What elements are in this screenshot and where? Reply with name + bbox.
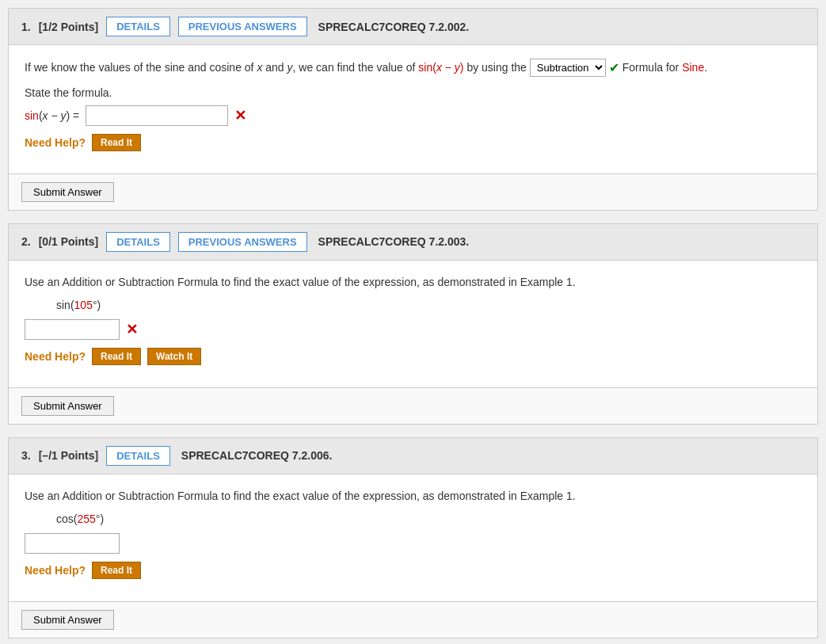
page-container: 1. [1/2 Points] DETAILS PREVIOUS ANSWERS…: [0, 0, 826, 644]
formula-row-3: [25, 533, 801, 554]
question-code-1: SPRECALC7COREQ 7.2.002.: [318, 21, 470, 33]
read-it-button-3[interactable]: Read It: [92, 562, 141, 579]
need-help-label-3: Need Help?: [25, 564, 86, 577]
var-y-1: y: [287, 61, 293, 74]
question-text-3: Use an Addition or Subtraction Formula t…: [25, 487, 801, 505]
question-body-1: If we know the values of the sine and co…: [9, 45, 817, 173]
check-icon-1: ✔: [609, 58, 619, 78]
question-header-2: 2. [0/1 Points] DETAILS PREVIOUS ANSWERS…: [9, 224, 817, 261]
read-it-button-1[interactable]: Read It: [92, 134, 141, 151]
sine-word-1: Sine: [682, 61, 704, 74]
submit-row-3: Submit Answer: [9, 601, 817, 638]
lhs-expr-1: sin(x − y) =: [25, 109, 79, 122]
question-number-3: 3.: [21, 449, 31, 462]
submit-button-3[interactable]: Submit Answer: [21, 610, 114, 630]
watch-it-button-2[interactable]: Watch It: [147, 348, 201, 365]
points-badge-1: [1/2 Points]: [39, 21, 98, 33]
question-header-1: 1. [1/2 Points] DETAILS PREVIOUS ANSWERS…: [9, 9, 817, 45]
sin-expr-1: sin(x − y): [418, 61, 463, 74]
points-badge-2: [0/1 Points]: [39, 235, 98, 248]
x-mark-1: ✕: [234, 107, 246, 124]
need-help-label-2: Need Help?: [25, 350, 86, 363]
math-expr-2: sin(105°): [56, 299, 801, 311]
need-help-row-2: Need Help? Read It Watch It: [25, 348, 801, 365]
read-it-button-2[interactable]: Read It: [92, 348, 141, 365]
question-block-1: 1. [1/2 Points] DETAILS PREVIOUS ANSWERS…: [8, 8, 818, 211]
prev-answers-button-1[interactable]: PREVIOUS ANSWERS: [178, 17, 307, 36]
formula-row-1: sin(x − y) = ✕: [25, 105, 801, 126]
submit-row-1: Submit Answer: [9, 173, 817, 210]
details-button-1[interactable]: DETAILS: [106, 17, 170, 36]
question-text-2: Use an Addition or Subtraction Formula t…: [25, 273, 801, 291]
question-header-3: 3. [–/1 Points] DETAILS SPRECALC7COREQ 7…: [9, 438, 817, 474]
details-button-3[interactable]: DETAILS: [106, 446, 170, 466]
question-code-3: SPRECALC7COREQ 7.2.006.: [181, 449, 333, 462]
formula-input-3[interactable]: [25, 533, 120, 554]
question-number-1: 1.: [21, 21, 31, 33]
need-help-row-3: Need Help? Read It: [25, 562, 801, 579]
state-formula-label-1: State the formula.: [25, 86, 801, 99]
formula-input-2[interactable]: [25, 319, 120, 340]
formula-input-1[interactable]: [86, 105, 228, 126]
question-body-3: Use an Addition or Subtraction Formula t…: [9, 474, 817, 601]
submit-row-2: Submit Answer: [9, 387, 817, 424]
formula-row-2: ✕: [25, 319, 801, 340]
need-help-label-1: Need Help?: [25, 136, 86, 149]
question-code-2: SPRECALC7COREQ 7.2.003.: [318, 235, 470, 248]
dropdown-wrapper-1: Subtraction Addition ✔: [530, 58, 619, 78]
question-block-3: 3. [–/1 Points] DETAILS SPRECALC7COREQ 7…: [8, 437, 818, 638]
subtraction-dropdown[interactable]: Subtraction Addition: [530, 59, 606, 77]
submit-button-1[interactable]: Submit Answer: [21, 182, 114, 202]
submit-button-2[interactable]: Submit Answer: [21, 396, 114, 416]
question-text-1: If we know the values of the sine and co…: [25, 58, 801, 78]
points-badge-3: [–/1 Points]: [39, 449, 98, 462]
question-block-2: 2. [0/1 Points] DETAILS PREVIOUS ANSWERS…: [8, 223, 818, 425]
prev-answers-button-2[interactable]: PREVIOUS ANSWERS: [178, 232, 307, 252]
question-body-2: Use an Addition or Subtraction Formula t…: [9, 261, 817, 387]
var-x-1: x: [257, 61, 262, 74]
need-help-row-1: Need Help? Read It: [25, 134, 801, 151]
math-expr-3: cos(255°): [56, 513, 801, 525]
question-number-2: 2.: [21, 235, 31, 248]
details-button-2[interactable]: DETAILS: [106, 232, 170, 252]
x-mark-2: ✕: [126, 321, 138, 338]
